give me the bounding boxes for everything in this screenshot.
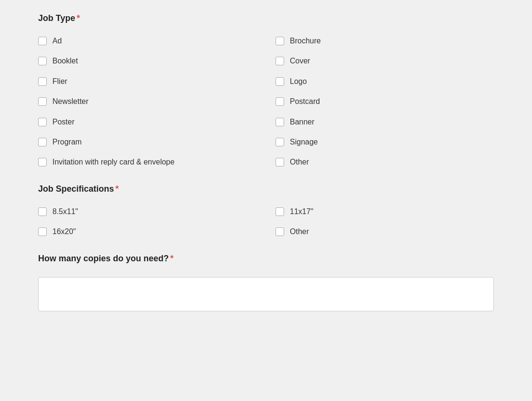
copies-required-star: * [170,254,174,263]
copies-label: How many copies do you need?* [38,254,494,264]
job-specs-grid: 8.5x11" 16x20" 11x17" Other [38,202,494,242]
checkbox-item-logo[interactable]: Logo [276,72,494,92]
checkbox-other-specs[interactable] [276,227,284,236]
checkbox-cover[interactable] [276,57,284,65]
checkbox-program[interactable] [38,138,47,146]
checkbox-label-ad: Ad [52,36,62,46]
checkbox-label-postcard: Postcard [290,96,320,107]
checkbox-invitation[interactable] [38,158,47,166]
checkbox-label-cover: Cover [290,56,310,66]
checkbox-label-other-specs: Other [290,226,309,237]
job-type-left-col: Ad Booklet Flier Newsletter Poster Progr… [38,31,266,173]
checkbox-8511[interactable] [38,207,47,216]
checkbox-1620[interactable] [38,227,47,236]
checkbox-booklet[interactable] [38,57,47,65]
checkbox-brochure[interactable] [276,37,284,45]
checkbox-item-1117[interactable]: 11x17" [276,202,494,222]
job-specs-label: Job Specifications* [38,184,494,194]
job-type-grid: Ad Booklet Flier Newsletter Poster Progr… [38,31,494,173]
checkbox-label-8511: 8.5x11" [52,206,78,217]
checkbox-label-newsletter: Newsletter [52,96,89,107]
checkbox-label-other-jobtype: Other [290,157,309,167]
checkbox-label-poster: Poster [52,117,74,127]
checkbox-item-8511[interactable]: 8.5x11" [38,202,247,222]
job-type-required-star: * [77,13,80,23]
checkbox-item-other-jobtype[interactable]: Other [276,152,494,172]
job-type-label: Job Type* [38,13,494,23]
checkbox-label-program: Program [52,137,82,147]
checkbox-label-1620: 16x20" [52,226,76,237]
checkbox-item-invitation[interactable]: Invitation with reply card & envelope [38,152,247,172]
checkbox-postcard[interactable] [276,97,284,106]
checkbox-logo[interactable] [276,77,284,86]
checkbox-item-cover[interactable]: Cover [276,51,494,71]
checkbox-newsletter[interactable] [38,97,47,106]
checkbox-label-logo: Logo [290,76,307,87]
checkbox-poster[interactable] [38,118,47,126]
checkbox-label-flier: Flier [52,76,67,87]
checkbox-item-signage[interactable]: Signage [276,132,494,152]
copies-section: How many copies do you need?* [38,254,494,313]
checkbox-item-ad[interactable]: Ad [38,31,247,51]
job-specs-required-star: * [115,184,119,194]
checkbox-banner[interactable] [276,118,284,126]
checkbox-other-jobtype[interactable] [276,158,284,166]
checkbox-item-other-specs[interactable]: Other [276,222,494,242]
checkbox-item-newsletter[interactable]: Newsletter [38,92,247,112]
checkbox-signage[interactable] [276,138,284,146]
checkbox-label-booklet: Booklet [52,56,78,66]
specs-right-col: 11x17" Other [266,202,494,242]
checkbox-flier[interactable] [38,77,47,86]
specs-left-col: 8.5x11" 16x20" [38,202,266,242]
checkbox-item-brochure[interactable]: Brochure [276,31,494,51]
checkbox-item-flier[interactable]: Flier [38,72,247,92]
checkbox-label-1117: 11x17" [290,206,313,217]
checkbox-ad[interactable] [38,37,47,45]
checkbox-label-invitation: Invitation with reply card & envelope [52,157,174,167]
job-type-right-col: Brochure Cover Logo Postcard Banner Sign… [266,31,494,173]
checkbox-label-signage: Signage [290,137,318,147]
copies-input[interactable] [38,277,494,311]
checkbox-1117[interactable] [276,207,284,216]
checkbox-item-1620[interactable]: 16x20" [38,222,247,242]
job-specs-section: Job Specifications* 8.5x11" 16x20" 11x17… [38,184,494,242]
checkbox-label-brochure: Brochure [290,36,321,46]
checkbox-label-banner: Banner [290,117,315,127]
checkbox-item-program[interactable]: Program [38,132,247,152]
checkbox-item-booklet[interactable]: Booklet [38,51,247,71]
checkbox-item-postcard[interactable]: Postcard [276,92,494,112]
checkbox-item-banner[interactable]: Banner [276,112,494,132]
job-type-section: Job Type* Ad Booklet Flier Newsletter [38,13,494,173]
checkbox-item-poster[interactable]: Poster [38,112,247,132]
